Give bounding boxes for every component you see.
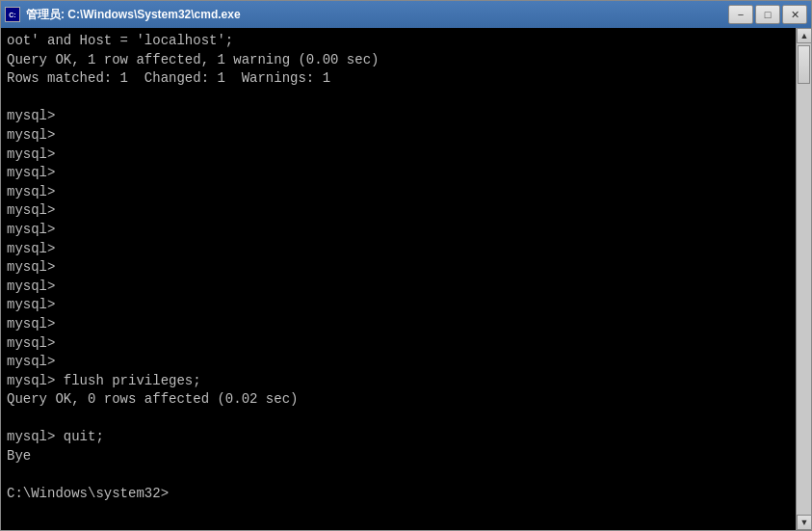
minimize-button[interactable]: − <box>728 5 753 24</box>
scroll-down-button[interactable]: ▼ <box>797 515 811 530</box>
cmd-app-icon <box>5 7 20 22</box>
title-bar-left: 管理员: C:\Windows\System32\cmd.exe <box>5 7 241 23</box>
cmd-window: 管理员: C:\Windows\System32\cmd.exe − □ ✕ o… <box>0 0 812 531</box>
title-bar: 管理员: C:\Windows\System32\cmd.exe − □ ✕ <box>1 1 811 28</box>
terminal-output[interactable]: oot' and Host = 'localhost'; Query OK, 1… <box>1 28 796 530</box>
maximize-button[interactable]: □ <box>755 5 780 24</box>
scrollbar[interactable]: ▲ ▼ <box>796 28 811 530</box>
cmd-icon <box>5 7 20 22</box>
window-controls: − □ ✕ <box>728 5 807 24</box>
scroll-up-button[interactable]: ▲ <box>797 28 811 43</box>
scrollbar-thumb[interactable] <box>798 45 810 84</box>
terminal-area[interactable]: oot' and Host = 'localhost'; Query OK, 1… <box>1 28 811 530</box>
window-title: 管理员: C:\Windows\System32\cmd.exe <box>26 7 241 23</box>
close-button[interactable]: ✕ <box>782 5 807 24</box>
scrollbar-track[interactable] <box>797 43 811 515</box>
